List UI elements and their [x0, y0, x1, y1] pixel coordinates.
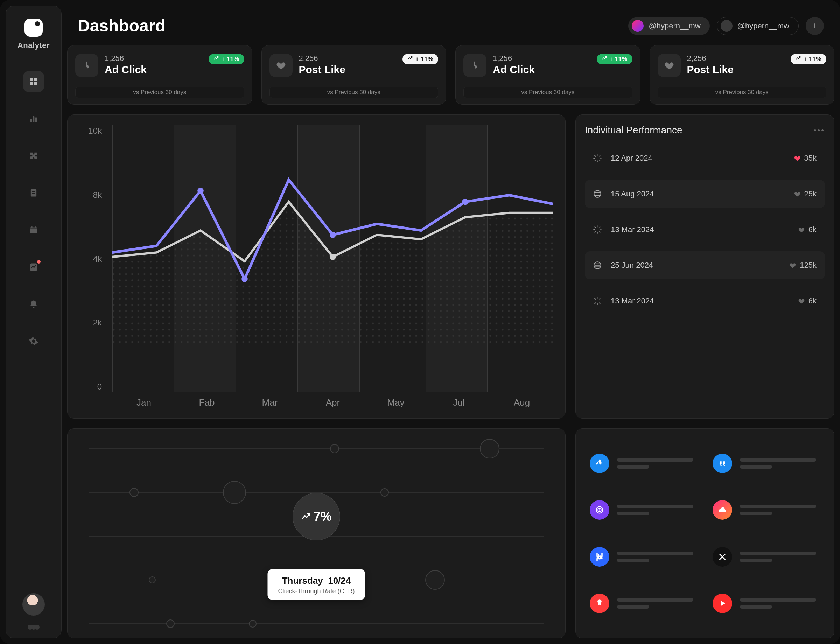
click-icon [75, 54, 99, 77]
svg-rect-39 [597, 297, 598, 299]
timeline-bead[interactable] [223, 481, 246, 504]
svg-rect-43 [597, 304, 598, 305]
social-placeholder [617, 598, 697, 609]
loading-icon [592, 296, 603, 307]
account-chip-primary[interactable]: @hypern__mw [628, 17, 709, 35]
trend-up-icon [408, 56, 413, 63]
social-cloud[interactable] [713, 495, 820, 525]
x-icon [713, 547, 732, 567]
account-chip-secondary[interactable]: @hypern__mw [717, 17, 799, 35]
performance-date: 13 Mar 2024 [611, 296, 654, 306]
stat-card[interactable]: 1,256 Ad Click + 11% vs Previous 30 days [67, 45, 252, 105]
svg-rect-9 [32, 193, 35, 194]
social-target[interactable] [590, 495, 697, 525]
stat-card[interactable]: 1,256 Ad Click + 11% vs Previous 30 days [455, 45, 641, 105]
stat-card[interactable]: 2,256 Post Like + 11% vs Previous 30 day… [649, 45, 835, 105]
svg-rect-2 [30, 82, 33, 85]
svg-point-18 [330, 232, 336, 238]
performance-row[interactable]: 15 Aug 2024 25k [585, 180, 825, 208]
svg-rect-37 [594, 227, 596, 228]
add-account-button[interactable]: + [806, 17, 824, 35]
social-play[interactable] [713, 589, 820, 619]
heart-icon [658, 54, 681, 77]
svg-rect-41 [600, 301, 602, 301]
timeline-bead[interactable] [380, 488, 389, 497]
timeline-bead[interactable] [149, 577, 156, 583]
timeline-bead[interactable] [425, 570, 445, 590]
change-pill: + 11% [209, 54, 244, 64]
grid-icon [29, 77, 38, 87]
performance-row[interactable]: 13 Mar 2024 6k [585, 215, 825, 243]
stat-value: 2,256 [299, 54, 345, 63]
target-icon [590, 500, 609, 520]
svg-rect-11 [30, 227, 37, 229]
stat-caption: vs Previous 30 days [75, 87, 244, 98]
change-pill: + 11% [791, 54, 826, 64]
svg-rect-3 [34, 82, 37, 85]
svg-rect-33 [599, 231, 601, 233]
avatar-icon [632, 20, 644, 32]
avatar-icon [721, 20, 733, 32]
trend-up-icon [796, 56, 801, 63]
timeline-bead[interactable] [166, 619, 175, 628]
rocket-icon [590, 453, 609, 473]
performance-row[interactable]: 25 Jun 2024 125k [585, 251, 825, 279]
svg-rect-4 [30, 119, 32, 122]
performance-date: 13 Mar 2024 [611, 225, 654, 234]
individual-performance-card: Indivitual Performance ••• 12 Apr 2024 3… [575, 115, 834, 419]
nav-settings[interactable] [23, 331, 44, 352]
svg-rect-5 [33, 116, 35, 122]
user-avatar[interactable] [22, 593, 45, 616]
timeline-bead[interactable] [330, 444, 339, 453]
timeline-bead[interactable] [130, 488, 139, 497]
stat-caption: vs Previous 30 days [270, 87, 439, 98]
nav-dashboard[interactable] [23, 71, 44, 92]
click-icon [464, 54, 487, 77]
svg-rect-1 [34, 78, 37, 81]
social-pin[interactable] [590, 589, 697, 619]
svg-rect-21 [597, 154, 598, 156]
stat-value: 2,256 [687, 54, 733, 63]
heart-icon [270, 54, 293, 77]
nav-trends[interactable] [23, 256, 44, 278]
ctr-bubble[interactable]: 7% [293, 493, 340, 540]
svg-text:h: h [598, 553, 601, 559]
stat-label: Post Like [687, 64, 733, 76]
performance-row[interactable]: 12 Apr 2024 35k [585, 144, 825, 172]
pin-icon [590, 594, 609, 613]
svg-rect-40 [599, 298, 601, 300]
social-hashtag[interactable]: h [590, 542, 697, 572]
stat-card[interactable]: 2,256 Post Like + 11% vs Previous 30 day… [261, 45, 447, 105]
svg-rect-25 [597, 161, 598, 163]
nav-audience[interactable] [23, 145, 44, 166]
chart-plot[interactable]: JanFabMarAprMayJulAug [112, 125, 553, 411]
striped-icon [592, 260, 603, 271]
social-rocket[interactable] [590, 449, 697, 478]
cloud-icon [713, 500, 732, 520]
social-quote[interactable] [713, 449, 820, 478]
trend-up-icon [214, 56, 219, 63]
nav-content[interactable] [23, 182, 44, 203]
svg-rect-24 [599, 159, 601, 161]
social-x[interactable] [713, 542, 820, 572]
svg-rect-26 [594, 159, 596, 161]
social-placeholder [617, 505, 697, 515]
svg-rect-27 [593, 158, 595, 159]
performance-metric: 6k [798, 225, 817, 234]
timeline-bead[interactable] [480, 439, 500, 458]
brand-name: Analyter [18, 41, 50, 50]
performance-row[interactable]: 13 Mar 2024 6k [585, 287, 825, 315]
nav-analytics[interactable] [23, 108, 44, 129]
page-title: Dashboard [78, 16, 166, 35]
change-value: + 11% [609, 56, 628, 63]
social-placeholder [617, 458, 697, 469]
puzzle-icon [29, 151, 38, 161]
more-button[interactable]: ••• [814, 126, 825, 135]
nav-calendar[interactable] [23, 219, 44, 240]
timeline-bead[interactable] [249, 620, 256, 628]
svg-rect-42 [599, 302, 601, 304]
nav-alerts[interactable] [23, 294, 44, 315]
brand-logo[interactable] [25, 18, 43, 37]
heart-icon [798, 297, 805, 304]
svg-rect-6 [35, 118, 37, 122]
